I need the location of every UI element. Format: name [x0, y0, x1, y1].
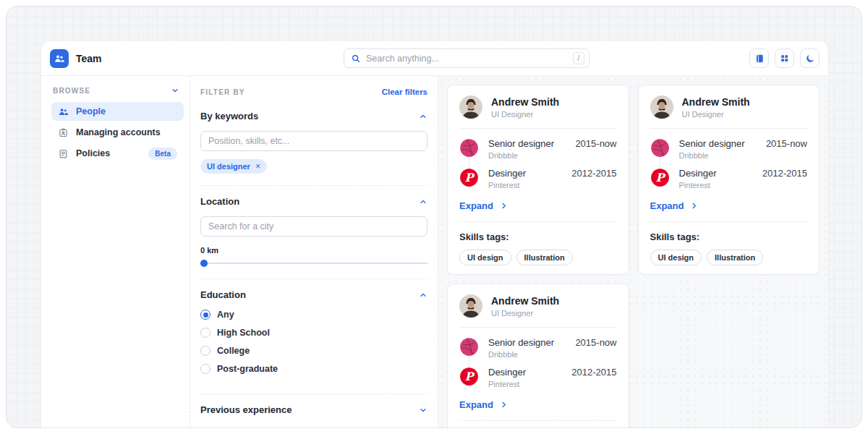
- expand-label: Expand: [650, 200, 684, 211]
- avatar: [650, 95, 673, 119]
- id-badge-icon: [58, 127, 69, 138]
- avatar: [459, 95, 482, 119]
- person-card: Andrew Smith UI Designer: [447, 284, 629, 427]
- skill-tag[interactable]: UI design: [459, 250, 511, 265]
- book-button[interactable]: [749, 48, 769, 68]
- experience-title: Senior designer: [488, 138, 566, 149]
- experience-period: 2015-now: [575, 138, 616, 149]
- experience-company: Pinterest: [488, 380, 562, 388]
- remove-tag-icon[interactable]: ✕: [255, 163, 261, 170]
- chevron-right-icon: [690, 202, 698, 210]
- radio-label: High School: [217, 328, 270, 338]
- dark-mode-button[interactable]: [800, 48, 820, 68]
- experience-company: Pinterest: [488, 181, 562, 190]
- skills-label: Skills tags:: [459, 231, 617, 242]
- experience-company: Pinterest: [679, 181, 753, 190]
- experience-row: P Desinger Pinterest 2012-2015: [459, 367, 617, 388]
- experience-period: 2012-2015: [762, 168, 807, 179]
- person-name: Andrew Smith: [491, 295, 559, 307]
- top-bar: Team /: [41, 41, 828, 76]
- chevron-down-icon[interactable]: [419, 406, 427, 414]
- radio-button[interactable]: [200, 346, 210, 356]
- browse-label: BROWSE: [53, 87, 90, 95]
- expand-link[interactable]: Expand: [459, 197, 617, 221]
- experience-title: Senior designer: [679, 138, 757, 149]
- chevron-up-icon[interactable]: [419, 112, 427, 121]
- sidebar-item-label: Managing accounts: [76, 127, 161, 137]
- experience-list: Senior designer Dribbble 2015-now P: [459, 328, 617, 388]
- radio-button[interactable]: [200, 310, 210, 320]
- search-shortcut-key: /: [573, 52, 584, 64]
- skills-label: Skills tags:: [650, 231, 808, 242]
- person-role: UI Designer: [491, 309, 559, 318]
- person-card: Andrew Smith UI Designer: [638, 85, 820, 275]
- radio-college[interactable]: College: [200, 346, 427, 356]
- experience-period: 2015-now: [575, 337, 616, 348]
- radio-post-graduate[interactable]: Post-graduate: [200, 364, 427, 374]
- education-section: Education Any High School College: [200, 278, 427, 393]
- keywords-input[interactable]: [200, 131, 427, 151]
- keywords-title: By keywords: [200, 111, 258, 122]
- sidebar-item-policies[interactable]: Policies Beta: [51, 144, 184, 163]
- radio-label: College: [217, 346, 250, 356]
- experience-row: P Desinger Pinterest 2012-2015: [650, 168, 808, 190]
- skill-tag[interactable]: Illustration: [707, 250, 763, 265]
- team-people-icon: [54, 53, 65, 64]
- book-icon: [754, 54, 765, 64]
- chevron-up-icon[interactable]: [419, 291, 427, 299]
- city-search-input[interactable]: [200, 216, 427, 237]
- experience-row: Senior designer Dribbble 2015-now: [459, 138, 617, 160]
- browse-header[interactable]: BROWSE: [51, 86, 184, 95]
- search-icon: [351, 54, 361, 64]
- keyword-tag-ui-designer[interactable]: UI designer ✕: [200, 159, 267, 174]
- experience-row: P Desinger Pinterest 2012-2015: [459, 168, 617, 190]
- sidebar-item-people[interactable]: People: [51, 102, 184, 121]
- experience-period: 2015-now: [766, 138, 807, 149]
- person-role: UI Designer: [491, 110, 559, 119]
- sidebar-item-managing-accounts[interactable]: Managing accounts: [51, 123, 184, 142]
- moon-icon: [805, 54, 815, 64]
- experience-title: Senior designer: [488, 337, 566, 348]
- clear-filters-link[interactable]: Clear filters: [382, 88, 427, 96]
- apps-grid-button[interactable]: [775, 48, 794, 68]
- sidebar: BROWSE People: [41, 76, 190, 427]
- experience-list: Senior designer Dribbble 2015-now P: [650, 129, 808, 190]
- experience-title: Desinger: [679, 168, 753, 179]
- experience-period: 2012-2015: [571, 367, 616, 378]
- chevron-down-icon: [171, 86, 179, 95]
- app-logo[interactable]: [50, 49, 69, 68]
- expand-link[interactable]: Expand: [650, 197, 808, 221]
- global-search[interactable]: /: [344, 48, 590, 68]
- chevron-right-icon: [500, 202, 508, 210]
- sidebar-item-label: People: [76, 106, 106, 116]
- keywords-section: By keywords UI designer ✕: [200, 111, 427, 185]
- slider-thumb[interactable]: [200, 260, 208, 267]
- skill-tag[interactable]: UI design: [650, 250, 702, 265]
- radio-high-school[interactable]: High School: [200, 328, 427, 338]
- experience-list: Senior designer Dribbble 2015-now P: [459, 129, 617, 190]
- expand-link[interactable]: Expand: [459, 396, 617, 420]
- chevron-up-icon[interactable]: [419, 197, 427, 206]
- radio-any[interactable]: Any: [200, 310, 427, 320]
- desktop-background: Team /: [6, 6, 862, 428]
- distance-slider[interactable]: [200, 260, 427, 267]
- location-section: Location 0 km: [200, 185, 427, 278]
- document-icon: [58, 148, 69, 159]
- experience-company: Dribbble: [488, 151, 566, 160]
- results-area: Andrew Smith UI Designer: [438, 76, 828, 427]
- radio-button[interactable]: [200, 328, 210, 338]
- search-input[interactable]: [366, 54, 568, 64]
- people-icon: [58, 106, 69, 117]
- app-window: Team /: [41, 41, 828, 427]
- location-title: Location: [200, 196, 239, 207]
- person-name: Andrew Smith: [491, 96, 559, 108]
- slider-track[interactable]: [200, 263, 427, 264]
- radio-button[interactable]: [200, 364, 210, 374]
- previous-experience-title: Previous experience: [200, 404, 292, 415]
- experience-title: Desinger: [488, 168, 562, 179]
- radio-label: Post-graduate: [217, 364, 278, 374]
- person-role: UI Designer: [682, 110, 750, 119]
- brand: Team: [50, 49, 231, 68]
- skill-tag[interactable]: Illustration: [516, 250, 573, 265]
- person-card: Andrew Smith UI Designer: [447, 85, 629, 275]
